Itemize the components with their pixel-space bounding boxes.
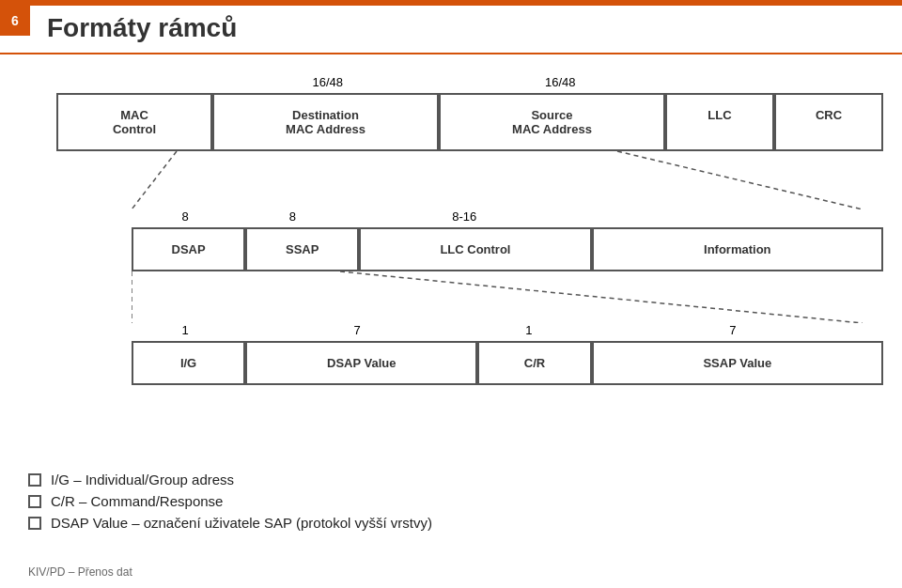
box-mac-control: MACControl <box>56 93 212 151</box>
ssapv-bit-label: 7 <box>583 323 883 337</box>
footer: KIV/PD – Přenos dat <box>28 565 132 579</box>
svg-line-3 <box>340 271 863 323</box>
src-mac-label: 16/48 <box>444 75 677 89</box>
dsap-bit-label: 8 <box>132 209 239 224</box>
bullet-icon-dsap <box>28 517 41 530</box>
bullet-ig: I/G – Individual/Group adress <box>28 472 883 487</box>
cr-bit-label: 1 <box>475 323 583 337</box>
top-bar <box>0 0 902 6</box>
box-crc: CRC <box>774 93 883 151</box>
svg-line-1 <box>617 151 863 209</box>
connector-svg-1 <box>56 151 883 209</box>
ig-bit-label: 1 <box>132 323 239 337</box>
box-llc: LLC <box>665 93 774 151</box>
slide-number: 6 <box>0 6 30 36</box>
bullet-dsap: DSAP Value – označení uživatele SAP (pro… <box>28 515 883 531</box>
box-src-mac: SourceMAC Address <box>439 93 665 151</box>
box-ssap-val: SSAP Value <box>592 341 883 385</box>
dsap-row: I/G DSAP Value C/R SSAP Value <box>132 341 883 385</box>
title-rule <box>0 53 902 54</box>
box-ig: I/G <box>132 341 245 385</box>
box-cr: C/R <box>477 341 591 385</box>
bullet-icon-ig <box>28 473 41 487</box>
box-ssap: SSAP <box>245 227 359 271</box>
bullet-cr: C/R – Command/Response <box>28 493 883 509</box>
box-llc-control: LLC Control <box>359 227 591 271</box>
box-dsap-val: DSAP Value <box>245 341 477 385</box>
connector-svg-2 <box>132 271 883 323</box>
frame-row: MACControl DestinationMAC Address Source… <box>56 93 883 151</box>
bullet-list: I/G – Individual/Group adress C/R – Comm… <box>28 472 883 536</box>
box-dsap: DSAP <box>132 227 245 271</box>
box-information: Information <box>592 227 883 271</box>
bullet-icon-cr <box>28 495 41 508</box>
svg-line-0 <box>132 151 177 209</box>
llc-row: DSAP SSAP LLC Control Information <box>132 227 883 271</box>
dest-mac-label: 16/48 <box>211 75 444 89</box>
diagram: 16/48 16/48 MACControl DestinationMAC Ad… <box>56 66 883 385</box>
page-title: Formáty rámců <box>47 13 237 43</box>
ctrl-bit-label: 8-16 <box>347 209 583 224</box>
box-dest-mac: DestinationMAC Address <box>212 93 439 151</box>
ssap-bit-label: 8 <box>239 209 346 224</box>
dsapv-bit-label: 7 <box>239 323 474 337</box>
